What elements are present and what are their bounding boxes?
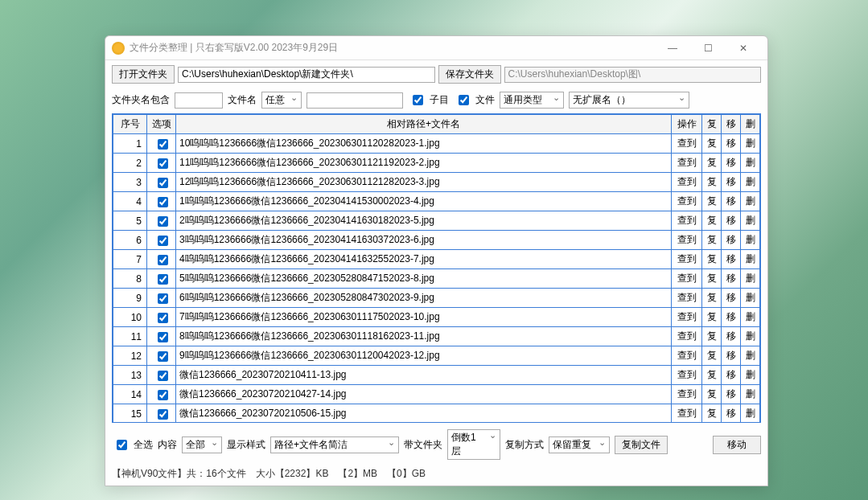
cell-del-button[interactable]: 删 [741,192,760,211]
cell-copy-button[interactable]: 复 [702,231,722,250]
cell-copy-button[interactable]: 复 [702,269,722,289]
save-path-input[interactable] [504,67,762,83]
header-copy[interactable]: 复 [702,115,722,134]
cell-move-button[interactable]: 移 [722,404,741,424]
cell-find-button[interactable]: 查到 [672,366,702,385]
cell-del-button[interactable]: 删 [741,269,760,289]
row-checkbox[interactable] [158,371,168,381]
save-folder-button[interactable]: 保存文件夹 [438,65,501,84]
select-all-checkbox[interactable] [117,440,127,450]
close-button[interactable]: ✕ [726,37,761,59]
cell-copy-button[interactable]: 复 [702,211,722,231]
table-row[interactable]: 107呜呜呜1236666微信1236666_20230630111750​20… [113,308,760,327]
type-select[interactable]: 通用类型 [500,92,564,109]
cell-move-button[interactable]: 移 [722,366,741,385]
header-action[interactable]: 操作 [672,115,702,134]
row-checkbox[interactable] [158,178,168,188]
depth-select[interactable]: 倒数1层 [447,429,500,460]
ext-select[interactable]: 无扩展名（） [569,92,689,109]
file-checkbox[interactable] [459,95,469,105]
cell-copy-button[interactable]: 复 [702,173,722,192]
cell-find-button[interactable]: 查到 [672,308,702,327]
cell-move-button[interactable]: 移 [722,192,741,211]
cell-find-button[interactable]: 查到 [672,231,702,250]
cell-move-button[interactable]: 移 [722,346,741,366]
row-checkbox[interactable] [158,332,168,342]
cell-del-button[interactable]: 删 [741,173,760,192]
row-checkbox[interactable] [158,139,168,150]
table-row[interactable]: 74呜呜呜1236666微信1236666_20230414163255​202… [113,250,760,269]
cell-copy-button[interactable]: 复 [702,308,722,327]
cell-del-button[interactable]: 删 [741,366,760,385]
move-button[interactable]: 移动 [713,436,761,454]
minimize-button[interactable]: — [655,37,690,59]
header-move[interactable]: 移 [722,115,741,134]
cell-del-button[interactable]: 删 [741,250,760,269]
table-row[interactable]: 14微信1236666_20230720210427-14.jpg查到复移删 [113,385,760,404]
cell-copy-button[interactable]: 复 [702,250,722,269]
table-row[interactable]: 110呜呜呜1236666微信1236666_20230630112028​20… [113,134,760,154]
cell-copy-button[interactable]: 复 [702,134,722,154]
cell-find-button[interactable]: 查到 [672,289,702,308]
subdir-checkbox[interactable] [413,95,423,105]
cell-move-button[interactable]: 移 [722,327,741,346]
table-row[interactable]: 211呜呜呜1236666微信1236666_20230630112119​20… [113,154,760,173]
all-select[interactable]: 全部 [182,436,222,453]
filename-input[interactable] [306,92,403,109]
maximize-button[interactable]: ☐ [690,37,726,59]
cell-find-button[interactable]: 查到 [672,346,702,366]
cell-move-button[interactable]: 移 [722,250,741,269]
table-row[interactable]: 15微信1236666_20230720210506-15.jpg查到复移删 [113,404,760,424]
table-row[interactable]: 13微信1236666_20230720210411-13.jpg查到复移删 [113,366,760,385]
cell-copy-button[interactable]: 复 [702,385,722,404]
copy-file-button[interactable]: 复制文件 [615,436,668,454]
table-row[interactable]: 96呜呜呜1236666微信1236666_20230528084730​202… [113,289,760,308]
display-style-select[interactable]: 路径+文件名简洁 [270,436,399,453]
cell-move-button[interactable]: 移 [722,289,741,308]
cell-copy-button[interactable]: 复 [702,327,722,346]
cell-del-button[interactable]: 删 [741,404,760,424]
cell-del-button[interactable]: 删 [741,289,760,308]
header-del[interactable]: 删 [741,115,760,134]
row-checkbox[interactable] [158,216,168,227]
cell-find-button[interactable]: 查到 [672,385,702,404]
table-row[interactable]: 41呜呜呜1236666微信1236666_20230414153000​202… [113,192,760,211]
cell-find-button[interactable]: 查到 [672,134,702,154]
cell-del-button[interactable]: 删 [741,327,760,346]
table-row[interactable]: 52呜呜呜1236666微信1236666_20230414163018​202… [113,211,760,231]
row-checkbox[interactable] [158,236,168,246]
table-row[interactable]: 85呜呜呜1236666微信1236666_20230528084715​202… [113,269,760,289]
table-row[interactable]: 118呜呜呜1236666微信1236666_20230630111816​20… [113,327,760,346]
cell-del-button[interactable]: 删 [741,308,760,327]
cell-find-button[interactable]: 查到 [672,269,702,289]
cell-del-button[interactable]: 删 [741,346,760,366]
header-opt[interactable]: 选项 [147,115,176,134]
copy-mode-select[interactable]: 保留重复 [549,436,610,453]
cell-copy-button[interactable]: 复 [702,154,722,173]
cell-move-button[interactable]: 移 [722,211,741,231]
cell-copy-button[interactable]: 复 [702,192,722,211]
open-folder-button[interactable]: 打开文件夹 [112,65,175,84]
folder-contains-input[interactable] [175,92,223,109]
cell-del-button[interactable]: 删 [741,134,760,154]
row-checkbox[interactable] [158,351,168,362]
cell-copy-button[interactable]: 复 [702,289,722,308]
filename-mode-select[interactable]: 任意 [261,92,302,109]
open-path-input[interactable] [178,67,435,83]
cell-find-button[interactable]: 查到 [672,192,702,211]
cell-del-button[interactable]: 删 [741,385,760,404]
cell-find-button[interactable]: 查到 [672,154,702,173]
cell-find-button[interactable]: 查到 [672,404,702,424]
cell-move-button[interactable]: 移 [722,154,741,173]
cell-del-button[interactable]: 删 [741,211,760,231]
row-checkbox[interactable] [158,158,168,169]
cell-del-button[interactable]: 删 [741,154,760,173]
cell-copy-button[interactable]: 复 [702,366,722,385]
row-checkbox[interactable] [158,197,168,207]
cell-move-button[interactable]: 移 [722,385,741,404]
cell-move-button[interactable]: 移 [722,308,741,327]
cell-del-button[interactable]: 删 [741,231,760,250]
cell-move-button[interactable]: 移 [722,269,741,289]
cell-move-button[interactable]: 移 [722,134,741,154]
row-checkbox[interactable] [158,255,168,265]
